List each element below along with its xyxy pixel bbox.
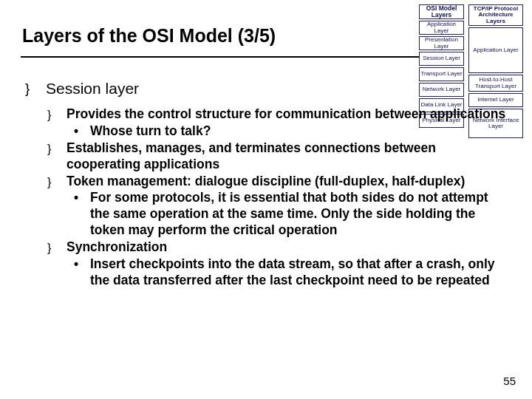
osi-session: Session Layer: [419, 52, 464, 66]
slide: Layers of the OSI Model (3/5) OSI Model …: [0, 0, 532, 399]
dot-bullet-icon: •: [74, 256, 78, 273]
bullet-text: Synchronization: [66, 239, 167, 254]
dot-bullet-icon: •: [74, 123, 78, 140]
osi-application: Application Layer: [419, 21, 464, 35]
brace-bullet-icon: }: [47, 175, 51, 190]
sub-bullet-text: Whose turn to talk?: [90, 123, 211, 138]
title-underline: [21, 56, 420, 58]
sub-bullet-item: • Insert checkpoints into the data strea…: [74, 256, 510, 289]
sub-bullet-item: • For some protocols, it is essential th…: [74, 190, 510, 239]
tcpip-application: Application Layer: [468, 27, 523, 73]
sub-bullet-text: Insert checkpoints into the data stream,…: [90, 256, 495, 287]
section-heading: } Session layer: [25, 80, 510, 98]
bullet-item: } Synchronization: [47, 239, 510, 256]
content-body: } Session layer } Provides the control s…: [25, 80, 510, 290]
section-heading-text: Session layer: [46, 80, 139, 97]
tcpip-header: TCP/IP Protocol Architecture Layers: [468, 4, 523, 26]
bullet-text: Token management: dialogue discipline (f…: [66, 174, 465, 188]
slide-title: Layers of the OSI Model (3/5): [22, 25, 276, 47]
sub-bullet-item: • Whose turn to talk?: [74, 123, 510, 140]
osi-presentation: Presentation Layer: [419, 36, 464, 50]
brace-bullet-icon: }: [25, 81, 30, 97]
bullet-text: Establishes, manages, and terminates con…: [66, 140, 436, 171]
bullet-item: } Establishes, manages, and terminates c…: [47, 140, 510, 173]
sub-bullet-text: For some protocols, it is essential that…: [90, 190, 488, 237]
dot-bullet-icon: •: [74, 190, 78, 206]
bullet-item: } Provides the control structure for com…: [47, 106, 510, 123]
osi-header: OSI Model Layers: [419, 4, 464, 19]
brace-bullet-icon: }: [47, 108, 51, 123]
brace-bullet-icon: }: [47, 142, 51, 157]
bullet-item: } Token management: dialogue discipline …: [47, 174, 510, 190]
brace-bullet-icon: }: [47, 241, 51, 256]
page-number: 55: [503, 375, 516, 387]
bullet-text: Provides the control structure for commu…: [66, 106, 505, 121]
